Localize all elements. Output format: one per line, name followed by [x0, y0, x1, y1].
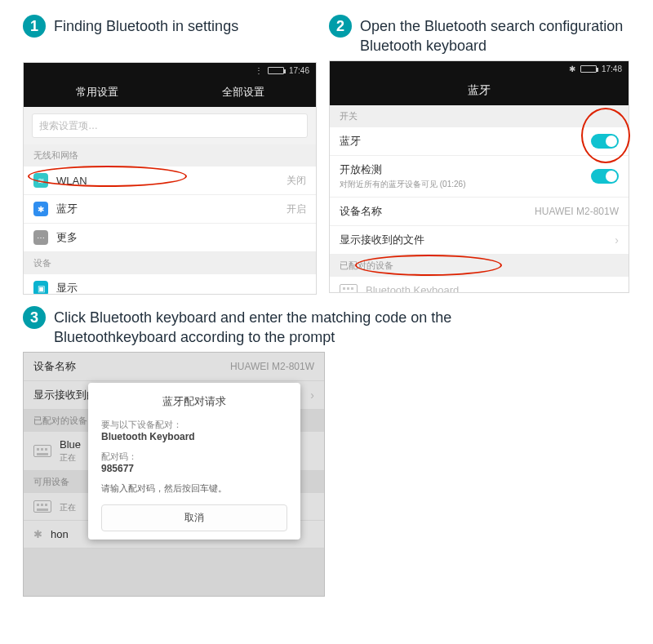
device-name-value: HUAWEI M2-801W	[535, 206, 619, 217]
section-wireless: 无线和网络	[24, 144, 316, 167]
bluetooth-state: 开启	[287, 202, 306, 216]
bt-label: 蓝牙	[340, 134, 583, 149]
screenshot-settings: ⋮ 17:46 常用设置 全部设置 搜索设置项… 无线和网络 ≋ WLAN 关闭	[23, 62, 317, 295]
wlan-label: WLAN	[56, 175, 278, 187]
more-label: 更多	[56, 230, 306, 245]
bluetooth-label: 蓝牙	[56, 202, 278, 216]
battery-icon	[580, 65, 597, 73]
bluetooth-status-icon: ⋮	[255, 66, 263, 75]
toggle-on-icon[interactable]	[591, 134, 619, 149]
display-icon: ▣	[33, 281, 48, 295]
screenshot-bluetooth: ✱ 17:48 蓝牙 开关 蓝牙 开放检测 对附近所有的蓝牙设备可见 (01:2…	[329, 60, 629, 293]
status-time: 17:46	[289, 66, 309, 75]
bluetooth-status-icon: ✱	[569, 64, 575, 73]
status-bar: ✱ 17:48	[330, 61, 629, 76]
pair-instruction: 请输入配对码，然后按回车键。	[101, 482, 287, 495]
item-device-name[interactable]: 设备名称 HUAWEI M2-801W	[330, 198, 629, 226]
step1-text: Finding Bluetooth in settings	[54, 15, 238, 36]
more-icon: ⋯	[33, 230, 48, 245]
item-bluetooth[interactable]: ✱ 蓝牙 开启	[24, 195, 316, 224]
discover-label: 开放检测 对附近所有的蓝牙设备可见 (01:26)	[340, 162, 583, 190]
item-more[interactable]: ⋯ 更多	[24, 224, 316, 252]
item-discoverable[interactable]: 开放检测 对附近所有的蓝牙设备可见 (01:26)	[330, 156, 629, 198]
status-time: 17:48	[602, 64, 622, 73]
bluetooth-icon: ✱	[33, 202, 48, 216]
pairing-dialog: 蓝牙配对请求 要与以下设备配对： Bluetooth Keyboard 配对码：…	[88, 383, 300, 540]
pair-with-label: 要与以下设备配对：	[101, 419, 287, 431]
item-wlan[interactable]: ≋ WLAN 关闭	[24, 167, 316, 195]
section-switch: 开关	[330, 105, 629, 127]
item-display[interactable]: ▣ 显示	[24, 274, 316, 295]
section-paired: 已配对的设备	[330, 255, 629, 277]
device-name-label: 设备名称	[340, 204, 526, 219]
search-input[interactable]: 搜索设置项…	[32, 113, 308, 138]
screen-title: 蓝牙	[330, 76, 629, 105]
received-label: 显示接收到的文件	[340, 233, 606, 247]
status-bar: ⋮ 17:46	[24, 63, 316, 78]
wifi-icon: ≋	[33, 173, 48, 188]
step2-text: Open the Bluetooth search configuration …	[360, 15, 623, 56]
step1-badge: 1	[23, 15, 46, 38]
item-received-files[interactable]: 显示接收到的文件 ›	[330, 226, 629, 255]
keyboard-label: Bluetooth Keyboard	[366, 284, 619, 293]
section-device: 设备	[24, 252, 316, 274]
dialog-title: 蓝牙配对请求	[101, 394, 287, 409]
step3-badge: 3	[23, 306, 46, 329]
keyboard-icon	[340, 284, 358, 293]
item-keyboard[interactable]: Bluetooth Keyboard	[330, 277, 629, 293]
step2-badge: 2	[329, 15, 352, 38]
pair-code-value: 985677	[101, 463, 287, 474]
item-bt-toggle[interactable]: 蓝牙	[330, 127, 629, 156]
chevron-right-icon: ›	[615, 233, 619, 246]
pair-device-name: Bluetooth Keyboard	[101, 431, 287, 442]
step3-text: Click Bluetooth keyboard and enter the m…	[54, 306, 451, 347]
wlan-state: 关闭	[287, 174, 306, 188]
pair-code-label: 配对码：	[101, 451, 287, 463]
tab-common-settings[interactable]: 常用设置	[24, 78, 170, 107]
cancel-button[interactable]: 取消	[101, 504, 287, 531]
display-label: 显示	[56, 281, 306, 295]
battery-icon	[268, 67, 284, 74]
toggle-on-icon[interactable]	[591, 169, 619, 184]
tab-all-settings[interactable]: 全部设置	[170, 78, 316, 107]
